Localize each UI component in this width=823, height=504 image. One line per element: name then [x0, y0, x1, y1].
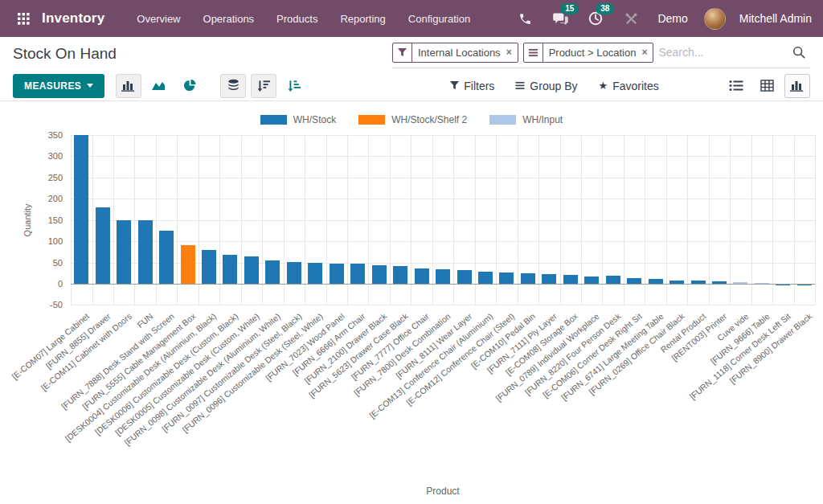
sort-ascending-icon[interactable]: [281, 74, 307, 98]
chart-bar[interactable]: [627, 278, 641, 284]
menu-products[interactable]: Products: [265, 0, 329, 37]
chart-bar[interactable]: [584, 277, 599, 285]
menu-overview[interactable]: Overview: [125, 0, 191, 37]
chart-bar[interactable]: [478, 272, 493, 284]
facet-internal-locations: Internal Locations ×: [392, 43, 518, 63]
control-panel: Stock On Hand Internal Locations × Produ…: [0, 37, 823, 71]
y-axis-tick: 200: [27, 194, 63, 203]
legend-swatch: [260, 115, 287, 125]
chart-bar[interactable]: [181, 245, 195, 284]
main-menu: Overview Operations Products Reporting C…: [125, 0, 481, 37]
gridline: [71, 178, 815, 178]
chart-bar[interactable]: [606, 276, 620, 284]
remove-facet-icon[interactable]: ×: [641, 43, 653, 62]
stacked-mode-icon[interactable]: [220, 74, 246, 98]
app-name[interactable]: Inventory: [42, 10, 104, 27]
y-axis-tick: -50: [27, 300, 63, 309]
y-axis-tick: 0: [27, 279, 63, 289]
activities-clock-icon[interactable]: 38: [582, 6, 609, 31]
y-axis-title: Quantity: [23, 135, 32, 305]
chart-bar[interactable]: [308, 263, 322, 284]
group-by-button[interactable]: Group By: [515, 80, 577, 92]
legend-label: WH/Stock: [293, 114, 336, 125]
group-by-icon: [515, 81, 525, 90]
gridline: [71, 199, 815, 199]
filter-icon: [393, 43, 412, 62]
menu-configuration[interactable]: Configuration: [397, 0, 481, 37]
menu-reporting[interactable]: Reporting: [329, 0, 396, 37]
chart-bar[interactable]: [159, 231, 174, 284]
graph-view-icon[interactable]: [784, 74, 810, 98]
chart-bar[interactable]: [563, 275, 578, 284]
search-input[interactable]: [658, 46, 789, 59]
chart-bar[interactable]: [287, 262, 301, 285]
line-chart-mode-icon[interactable]: [146, 74, 172, 98]
chart-bar[interactable]: [117, 220, 131, 284]
legend-entry[interactable]: WH/Stock: [260, 114, 336, 125]
y-axis-tick: 50: [27, 258, 63, 268]
legend-swatch: [358, 115, 385, 125]
chart-bar[interactable]: [499, 272, 514, 284]
chart-bar[interactable]: [96, 207, 110, 284]
measures-button[interactable]: MEASURES: [13, 74, 104, 98]
favorites-button[interactable]: ★ Favorites: [598, 80, 658, 92]
search-bar: Internal Locations × Product > Location …: [392, 40, 810, 68]
gridline: [71, 135, 815, 136]
legend-entry[interactable]: WH/Stock/Shelf 2: [358, 114, 467, 125]
y-axis-tick: 300: [27, 151, 63, 161]
page-title: Stock On Hand: [13, 45, 117, 63]
chart-bar[interactable]: [350, 264, 365, 284]
chart-bar[interactable]: [521, 273, 535, 284]
chart-bar[interactable]: [542, 274, 556, 284]
search-icon[interactable]: [789, 46, 809, 59]
measures-label: MEASURES: [24, 80, 81, 92]
user-name[interactable]: Mitchell Admin: [739, 12, 812, 25]
chart-bar[interactable]: [415, 268, 429, 284]
messages-icon[interactable]: 15: [547, 6, 574, 31]
gridline: [71, 220, 815, 221]
chart-bar[interactable]: [265, 260, 280, 284]
legend-entry[interactable]: WH/Input: [489, 114, 563, 125]
activities-badge: 38: [596, 3, 614, 14]
list-view-icon[interactable]: [723, 74, 749, 98]
group-by-icon: [524, 43, 543, 62]
chart-bar[interactable]: [393, 266, 407, 284]
zero-axis-line: [71, 284, 815, 285]
voip-phone-icon[interactable]: [511, 6, 538, 31]
chart-bar[interactable]: [202, 250, 216, 284]
sort-descending-icon[interactable]: [251, 74, 276, 98]
pie-chart-mode-icon[interactable]: [177, 74, 203, 98]
user-avatar[interactable]: [704, 8, 726, 30]
chart-bar[interactable]: [457, 270, 472, 284]
y-axis-tick: 350: [27, 130, 63, 140]
chevron-down-icon: [87, 84, 93, 88]
chart-bar[interactable]: [244, 256, 259, 284]
legend-label: WH/Stock/Shelf 2: [391, 114, 467, 125]
gridline: [71, 305, 815, 305]
filters-button[interactable]: Filters: [450, 80, 494, 92]
y-axis-tick: 150: [27, 215, 63, 225]
bar-chart-mode-icon[interactable]: [116, 74, 141, 98]
chart-bar[interactable]: [372, 265, 387, 284]
favorites-label: Favorites: [612, 80, 659, 92]
chart-bar[interactable]: [436, 269, 450, 284]
filters-label: Filters: [464, 80, 494, 92]
developer-tools-icon[interactable]: [617, 6, 645, 31]
chart-bar[interactable]: [330, 264, 344, 284]
gridline: [815, 135, 816, 305]
view-switcher: [723, 74, 810, 98]
chart-bar[interactable]: [74, 135, 88, 284]
group-by-label: Group By: [530, 80, 577, 92]
x-axis-title: Product: [71, 486, 815, 497]
top-navbar: Inventory Overview Operations Products R…: [0, 0, 823, 37]
menu-operations[interactable]: Operations: [192, 0, 266, 37]
pivot-view-icon[interactable]: [754, 74, 780, 98]
remove-facet-icon[interactable]: ×: [506, 43, 518, 62]
chart-bar[interactable]: [138, 220, 153, 284]
demo-label[interactable]: Demo: [657, 12, 687, 25]
chart-bar[interactable]: [223, 255, 237, 284]
facet-label: Internal Locations: [412, 43, 506, 62]
y-axis-tick: 100: [27, 236, 63, 246]
star-icon: ★: [598, 80, 608, 91]
apps-menu-icon[interactable]: [11, 6, 35, 31]
